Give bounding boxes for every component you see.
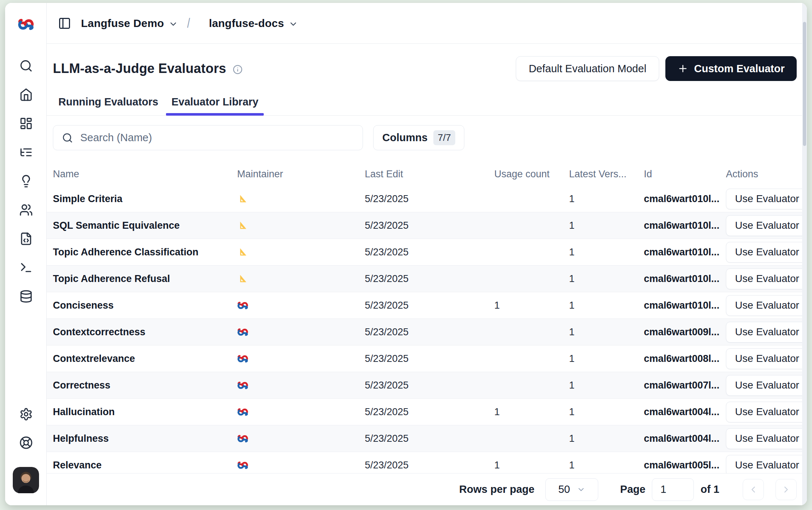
column-header-id[interactable]: Id [644,169,726,180]
columns-button[interactable]: Columns 7/7 [373,125,464,150]
page-of-label: of 1 [700,483,719,495]
langfuse-logo-icon [237,353,365,364]
chevron-down-icon [289,19,298,29]
evaluator-id: cmal6wart010l... [644,247,726,258]
ragas-triangle-icon [237,247,365,258]
rows-per-page-select[interactable]: 50 [545,478,598,501]
use-evaluator-button[interactable]: Use Evaluator [726,268,807,289]
langfuse-logo-icon [237,380,365,391]
evaluator-id: cmal6wart004l... [644,433,726,444]
latest-version: 1 [569,193,644,205]
terminal-icon[interactable] [19,261,33,274]
evaluator-id: cmal6wart007l... [644,380,726,391]
latest-version: 1 [569,380,644,391]
org-switcher[interactable]: Langfuse Demo [81,17,178,30]
breadcrumb-separator: / [187,16,190,31]
settings-icon[interactable] [5,407,47,421]
table-row[interactable]: Topic Adherence Refusal 5/23/2025 1 cmal… [47,266,807,292]
plus-icon [677,63,688,74]
ragas-triangle-icon [237,220,365,231]
search-icon [62,132,73,143]
evaluator-name: Correctness [53,380,237,391]
table-row[interactable]: SQL Semantic Equivalence 5/23/2025 1 cma… [47,212,807,239]
table-toolbar: Columns 7/7 [53,125,801,150]
evaluator-name: Conciseness [53,300,237,311]
evaluator-name: SQL Semantic Equivalence [53,220,237,231]
evaluator-name: Hallucination [53,406,237,418]
scrollbar-thumb[interactable] [803,22,806,146]
previous-page-button[interactable] [743,479,764,500]
use-evaluator-button[interactable]: Use Evaluator [726,455,807,476]
home-icon[interactable] [19,88,33,101]
table-row[interactable]: Helpfulness 5/23/2025 1 cmal6wart004l...… [47,425,807,452]
users-icon[interactable] [19,203,33,217]
table-row[interactable]: Topic Adherence Classification 5/23/2025… [47,239,807,266]
last-edit-date: 5/23/2025 [365,460,494,471]
latest-version: 1 [569,247,644,258]
use-evaluator-button[interactable]: Use Evaluator [726,215,807,236]
table-row[interactable]: Correctness 5/23/2025 1 cmal6wart007l...… [47,372,807,399]
table-row[interactable]: Conciseness 5/23/2025 1 1 cmal6wart010l.… [47,292,807,319]
page-number-input[interactable] [652,478,694,501]
tab-running-evaluators[interactable]: Running Evaluators [53,96,164,115]
langfuse-logo-icon [237,460,365,471]
use-evaluator-button[interactable]: Use Evaluator [726,428,807,449]
use-evaluator-button[interactable]: Use Evaluator [726,322,807,343]
latest-version: 1 [569,433,644,444]
last-edit-date: 5/23/2025 [365,193,494,205]
custom-evaluator-label: Custom Evaluator [694,63,785,75]
last-edit-date: 5/23/2025 [365,273,494,285]
avatar[interactable] [13,467,39,493]
next-page-button[interactable] [776,479,797,500]
file-code-icon[interactable] [19,232,33,246]
last-edit-date: 5/23/2025 [365,220,494,231]
search-input[interactable] [80,132,354,144]
dashboard-icon[interactable] [19,117,33,130]
list-tree-icon[interactable] [19,146,33,159]
column-header-usage-count[interactable]: Usage count [494,169,569,180]
evaluator-name: Contextcorrectness [53,327,237,338]
use-evaluator-button[interactable]: Use Evaluator [726,402,807,422]
usage-count: 1 [494,460,569,471]
use-evaluator-button[interactable]: Use Evaluator [726,189,807,209]
column-header-name[interactable]: Name [53,169,237,180]
langfuse-logo-icon [237,300,365,311]
sidebar-toggle-icon[interactable] [58,17,71,30]
column-header-latest-version[interactable]: Latest Vers... [569,169,644,180]
ragas-triangle-icon [237,273,365,285]
column-header-maintainer[interactable]: Maintainer [237,169,365,180]
table-row[interactable]: Contextrelevance 5/23/2025 1 cmal6wart00… [47,345,807,372]
latest-version: 1 [569,353,644,364]
use-evaluator-button[interactable]: Use Evaluator [726,242,807,263]
project-name: langfuse-docs [209,17,284,30]
tab-evaluator-library[interactable]: Evaluator Library [166,96,264,115]
table-row[interactable]: Contextcorrectness 5/23/2025 1 cmal6wart… [47,319,807,345]
lifebuoy-icon[interactable] [5,436,47,449]
table-row[interactable]: Simple Criteria 5/23/2025 1 cmal6wart010… [47,186,807,212]
table-row[interactable]: Hallucination 5/23/2025 1 1 cmal6wart004… [47,399,807,425]
evaluator-name: Relevance [53,460,237,471]
custom-evaluator-button[interactable]: Custom Evaluator [665,56,797,81]
use-evaluator-button[interactable]: Use Evaluator [726,295,807,316]
search-icon[interactable] [19,59,33,73]
database-icon[interactable] [19,290,33,303]
use-evaluator-button[interactable]: Use Evaluator [726,375,807,396]
info-icon[interactable] [233,65,243,74]
default-evaluation-model-button[interactable]: Default Evaluation Model [516,56,659,81]
langfuse-logo-icon[interactable] [5,18,47,31]
use-evaluator-button[interactable]: Use Evaluator [726,348,807,369]
latest-version: 1 [569,220,644,231]
last-edit-date: 5/23/2025 [365,380,494,391]
evaluator-name: Topic Adherence Classification [53,247,237,258]
lightbulb-icon[interactable] [19,174,33,188]
table-header-row: Name Maintainer Last Edit Usage count La… [47,162,807,186]
vertical-scrollbar[interactable] [802,3,807,505]
evaluator-id: cmal6wart010l... [644,273,726,285]
evaluator-id: cmal6wart010l... [644,300,726,311]
usage-count: 1 [494,406,569,418]
column-header-last-edit[interactable]: Last Edit [365,169,494,180]
latest-version: 1 [569,273,644,285]
langfuse-logo-icon [237,327,365,338]
project-switcher[interactable]: langfuse-docs [209,17,298,30]
langfuse-app-window: Langfuse Demo / langfuse-docs LLM-as-a-J… [5,3,807,505]
